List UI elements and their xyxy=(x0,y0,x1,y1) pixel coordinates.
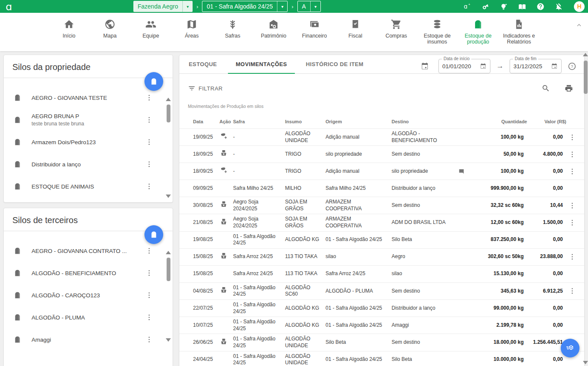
scrollbar-thumb[interactable] xyxy=(167,105,170,122)
silo-list-item[interactable]: ALGODÃO - BENEFICIAMENTO xyxy=(4,262,173,284)
scroll-down-icon[interactable] xyxy=(166,195,171,198)
start-date-field[interactable]: Data de início 01/01/2020 xyxy=(438,59,490,73)
nav-item-fiscal[interactable]: Fiscal xyxy=(338,19,373,39)
end-date-field[interactable]: Data de fim 31/12/2025 xyxy=(510,59,562,73)
add-silo-button[interactable] xyxy=(144,72,163,91)
row-menu-button[interactable] xyxy=(568,133,577,142)
item-menu-button[interactable] xyxy=(144,182,154,191)
table-row[interactable]: 21/08/25Aegro Soja 2024/2025SOJA EM GRÃO… xyxy=(179,214,584,231)
scroll-down-icon[interactable] xyxy=(583,361,588,364)
silo-list-item[interactable]: AEGRO BRUNA Pteste bruna teste bruna xyxy=(4,109,173,131)
aegro-plus-icon[interactable]: ɑ+ xyxy=(463,3,471,11)
nav-item-estoque-de-insumos[interactable]: Estoque de insumos xyxy=(420,19,455,45)
silo-list-item[interactable]: AEGRO - GIOVANNA CONTRATO ... xyxy=(4,240,173,262)
item-menu-button[interactable] xyxy=(144,335,154,344)
key-icon[interactable] xyxy=(481,3,490,11)
tab-movimentacoes[interactable]: MOVIMENTAÇÕES xyxy=(226,55,297,73)
silo-list-item[interactable]: ALGODÃO - CAROÇO123 xyxy=(4,284,173,306)
table-row[interactable]: 10/07/2501 - Safra Algodão 24/25ALGODÃO … xyxy=(179,317,584,334)
nav-item-areas[interactable]: Áreas xyxy=(174,19,209,39)
filter-button[interactable]: FILTRAR xyxy=(188,84,223,92)
item-menu-button[interactable] xyxy=(144,246,154,256)
notifications-off-icon[interactable] xyxy=(555,3,563,11)
silo-list-item[interactable]: Armazem Dois/Pedro123 xyxy=(4,131,173,153)
table-row[interactable]: 19/09/25-ALGODÃO UNIDADEAdição manualALG… xyxy=(179,128,584,145)
quick-movement-button[interactable] xyxy=(561,339,579,357)
table-row[interactable]: 30/08/25Aegro Soja 2024/2025SOJA EM GRÃO… xyxy=(179,197,584,214)
destino-label: Distribuidor a lanço xyxy=(392,305,435,312)
nav-item-compras[interactable]: Compras xyxy=(379,19,414,39)
nav-item-financeiro[interactable]: Financeiro xyxy=(297,19,332,39)
table-row[interactable]: 24/04/2501 - Safra Algodão 24/25ALGODÃO … xyxy=(179,351,584,366)
add-third-party-silo-button[interactable] xyxy=(144,225,163,244)
table-row[interactable]: 18/09/25-TRIGOAdição manualsilo propried… xyxy=(179,163,584,180)
table-row[interactable]: 15/08/25Safra Arroz 24/25113 TIO TAKAsil… xyxy=(179,248,584,265)
silo-list-item[interactable]: ALGODÃO - PLUMA xyxy=(4,306,173,328)
calendar-icon[interactable] xyxy=(551,63,558,70)
row-menu-button[interactable] xyxy=(568,150,577,159)
idea-icon[interactable] xyxy=(500,3,508,11)
item-menu-button[interactable] xyxy=(144,313,154,322)
calendar-icon[interactable] xyxy=(480,63,487,70)
help-icon[interactable] xyxy=(536,3,545,11)
silo-list-item[interactable]: Distribuidor a lanço xyxy=(4,153,173,175)
cell-destino: ALGODÃO - BENEFICIAMENTO xyxy=(392,131,477,144)
destino-label: Amaggi xyxy=(392,322,409,329)
scroll-up-icon[interactable] xyxy=(166,98,171,101)
table-row[interactable]: 15/08/25Safra Arroz 24/25113 TIO TAKASaf… xyxy=(179,265,584,282)
nav-item-inicio[interactable]: Início xyxy=(52,19,86,39)
row-menu-button[interactable] xyxy=(568,286,577,296)
table-row[interactable]: 04/08/2501 - Safra Algodão 24/25ALGODÃO … xyxy=(179,282,584,299)
cell-origem: Silo Beta xyxy=(326,339,392,346)
tab-estoque[interactable]: ESTOQUE xyxy=(179,55,226,73)
silo-list-item[interactable]: AEGRO - GIOVANNA TESTE xyxy=(4,87,173,109)
silo-item-text: ESTOQUE DE ANIMAIS xyxy=(32,183,144,190)
plot-selector[interactable]: A ▾ xyxy=(297,1,321,12)
chevron-down-icon[interactable]: ▾ xyxy=(310,1,320,12)
item-menu-button[interactable] xyxy=(144,93,154,102)
nav-item-patrimonio[interactable]: Patrimônio xyxy=(256,19,291,39)
calendar-picker-button[interactable] xyxy=(421,62,429,70)
nav-item-label: Início xyxy=(63,33,75,39)
cell-valor: 1.500,00 xyxy=(527,219,566,226)
silo-list-item[interactable]: ESTOQUE DE ANIMAIS xyxy=(4,175,173,198)
item-menu-button[interactable] xyxy=(144,115,154,125)
nav-item-mapa[interactable]: Mapa xyxy=(92,19,127,39)
scrollbar-thumb[interactable] xyxy=(167,258,170,281)
avatar[interactable]: H xyxy=(574,1,585,12)
scroll-up-icon[interactable] xyxy=(583,53,588,56)
row-menu-button[interactable] xyxy=(568,218,577,227)
print-icon[interactable] xyxy=(565,84,573,93)
row-menu-button[interactable] xyxy=(568,252,577,261)
comment-icon[interactable] xyxy=(458,168,465,175)
nav-item-indicadores-e-relatorios[interactable]: Indicadores e Relatórios xyxy=(502,19,536,45)
row-menu-button[interactable] xyxy=(568,201,577,210)
chevron-down-icon[interactable]: ▾ xyxy=(277,1,287,12)
row-menu-button[interactable] xyxy=(568,167,577,176)
table-row[interactable]: 19/08/2501 - Safra Algodão 24/25ALGODÃO … xyxy=(179,231,584,248)
nav-item-equipe[interactable]: Equipe xyxy=(133,19,168,39)
collapse-nav-icon[interactable] xyxy=(575,21,583,29)
nav-item-safras[interactable]: Safras xyxy=(215,19,250,39)
item-menu-button[interactable] xyxy=(144,137,154,147)
item-menu-button[interactable] xyxy=(144,290,154,300)
item-menu-button[interactable] xyxy=(144,160,154,169)
guide-book-icon[interactable] xyxy=(518,3,526,11)
table-row[interactable]: 09/09/25Safra Milho 24/25MILHOSafra Milh… xyxy=(179,180,584,197)
scroll-down-icon[interactable] xyxy=(166,338,171,342)
farm-selector[interactable]: Fazenda Aegro ▾ xyxy=(133,1,193,12)
silo-list-item[interactable]: Amaggi xyxy=(4,328,173,351)
chevron-down-icon[interactable]: ▾ xyxy=(182,1,193,12)
item-menu-button[interactable] xyxy=(144,268,154,278)
nav-item-estoque-de-producao[interactable]: Estoque de produção xyxy=(461,19,496,45)
season-selector[interactable]: 01 - Safra Algodão 24/25 ▾ xyxy=(202,1,288,12)
tab-historico-de-item[interactable]: HISTÓRICO DE ITEM xyxy=(297,55,373,73)
scrollbar-thumb[interactable] xyxy=(584,61,588,94)
table-row[interactable]: 26/06/2501 - Safra Algodão 24/25ALGODÃO … xyxy=(179,334,584,351)
col-insumo: Insumo xyxy=(285,119,326,124)
help-icon[interactable]: ? xyxy=(568,62,576,71)
table-row[interactable]: 18/09/25-TRIGOsilo propriedadeSem destin… xyxy=(179,145,584,163)
table-row[interactable]: 22/07/2501 - Safra Algodão 24/25ALGODÃO … xyxy=(179,299,584,317)
scroll-up-icon[interactable] xyxy=(166,251,171,254)
search-icon[interactable] xyxy=(542,84,550,93)
